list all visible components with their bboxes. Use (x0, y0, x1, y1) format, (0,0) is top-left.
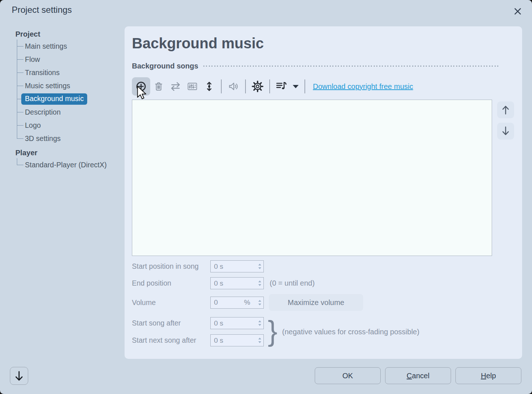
spin-down-icon (258, 324, 261, 326)
volume-unit: % (244, 298, 254, 306)
spin-up-icon (258, 320, 261, 322)
sidebar-item-logo[interactable]: Logo (15, 119, 125, 132)
toolbar-separator (221, 79, 222, 93)
delete-icon (153, 81, 165, 92)
songs-toolbar: Download copyright free music (132, 77, 499, 96)
volume-input[interactable]: 0 % (210, 297, 264, 309)
tree-header-project: Project (15, 29, 125, 40)
spin-up-icon (258, 280, 261, 282)
spinner-arrows[interactable] (258, 317, 261, 329)
dialog-footer: OK Cancel Help (315, 367, 521, 384)
swap-songs-icon (169, 80, 182, 93)
sidebar-item-transitions[interactable]: Transitions (15, 66, 125, 79)
close-icon (511, 5, 524, 18)
page-title: Background music (132, 34, 499, 52)
sidebar-item-3d-settings[interactable]: 3D settings (15, 132, 125, 145)
song-settings-form: Start position in song 0 s End position … (132, 260, 499, 346)
spin-down-icon (258, 284, 261, 286)
start-position-input[interactable]: 0 s (210, 260, 264, 272)
spinner-arrows[interactable] (258, 261, 261, 272)
sidebar-item-main-settings[interactable]: Main settings (15, 40, 125, 53)
end-position-input[interactable]: 0 s (210, 277, 264, 289)
section-divider (203, 66, 499, 67)
spinner-arrows[interactable] (258, 297, 261, 308)
playlist-button[interactable] (273, 77, 290, 96)
move-up-button[interactable] (497, 101, 514, 118)
song-list[interactable] (132, 100, 492, 256)
spin-up-icon (258, 300, 261, 302)
spin-down-icon (258, 341, 261, 343)
background-songs-label: Background songs (132, 62, 198, 70)
move-down-button[interactable] (497, 123, 514, 140)
arrow-up-icon (500, 104, 511, 116)
arrow-down-icon (12, 369, 26, 383)
help-button[interactable]: Help (455, 367, 521, 384)
spin-down-icon (258, 267, 261, 269)
maximize-volume-button[interactable]: Maximize volume (269, 294, 363, 311)
spin-up-icon (258, 338, 261, 339)
settings-button[interactable] (249, 77, 266, 96)
ok-button[interactable]: OK (315, 367, 381, 384)
volume-icon (228, 81, 239, 92)
swap-songs-button[interactable] (167, 77, 184, 96)
crossfade-note: (negative values for cross-fading possib… (282, 328, 420, 336)
tree-header-player: Player (15, 147, 125, 158)
selected-item-highlight: Background music (21, 93, 87, 105)
resize-vertical-icon (203, 81, 215, 92)
expand-dialog-button[interactable] (10, 367, 28, 385)
toolbar-separator (245, 79, 246, 93)
crossfade-brace: } (268, 317, 277, 345)
sidebar-item-music-settings[interactable]: Music settings (15, 79, 125, 92)
sidebar-item-flow[interactable]: Flow (15, 53, 125, 66)
playlist-dropdown-button[interactable] (290, 85, 301, 88)
delete-song-button[interactable] (150, 77, 167, 96)
settings-tree: Project Main settings Flow Transitions M… (15, 29, 125, 171)
spin-down-icon (258, 304, 261, 305)
toolbar-separator (269, 79, 270, 93)
close-button[interactable] (509, 3, 526, 20)
dropdown-arrow-icon (293, 85, 299, 88)
song-order-controls (497, 101, 514, 140)
start-next-song-after-label: Start next song after (132, 336, 210, 345)
sidebar-item-standard-player[interactable]: Standard-Player (DirectX) (15, 158, 125, 171)
cancel-button[interactable]: Cancel (385, 367, 451, 384)
start-song-after-input[interactable]: 0 s (210, 317, 264, 329)
dialog-title: Project settings (12, 5, 72, 15)
project-settings-dialog: Project settings Project Main settings F… (0, 0, 532, 394)
sidebar-item-background-music[interactable]: Background music (15, 92, 125, 105)
playlist-note-icon (276, 80, 288, 93)
start-position-label: Start position in song (132, 262, 210, 271)
volume-button[interactable] (225, 77, 242, 96)
start-next-song-after-input[interactable]: 0 s (210, 334, 264, 346)
spin-up-icon (258, 264, 261, 265)
toolbar-separator (304, 79, 305, 93)
spinner-arrows[interactable] (258, 335, 261, 346)
end-position-label: End position (132, 279, 210, 287)
start-song-after-label: Start song after (132, 319, 210, 327)
mouse-cursor (136, 86, 148, 100)
arrow-down-icon (500, 125, 511, 137)
settings-gear-icon (251, 80, 264, 93)
volume-label: Volume (132, 298, 210, 307)
spinner-arrows[interactable] (258, 278, 261, 289)
end-position-hint: (0 = until end) (270, 279, 315, 287)
download-music-link[interactable]: Download copyright free music (313, 82, 413, 91)
mixer-button[interactable] (184, 77, 201, 96)
background-music-panel: Background music Background songs (125, 26, 522, 359)
sidebar-item-description[interactable]: Description (15, 105, 125, 119)
mixer-icon (186, 81, 198, 92)
resize-vertical-button[interactable] (201, 77, 218, 96)
